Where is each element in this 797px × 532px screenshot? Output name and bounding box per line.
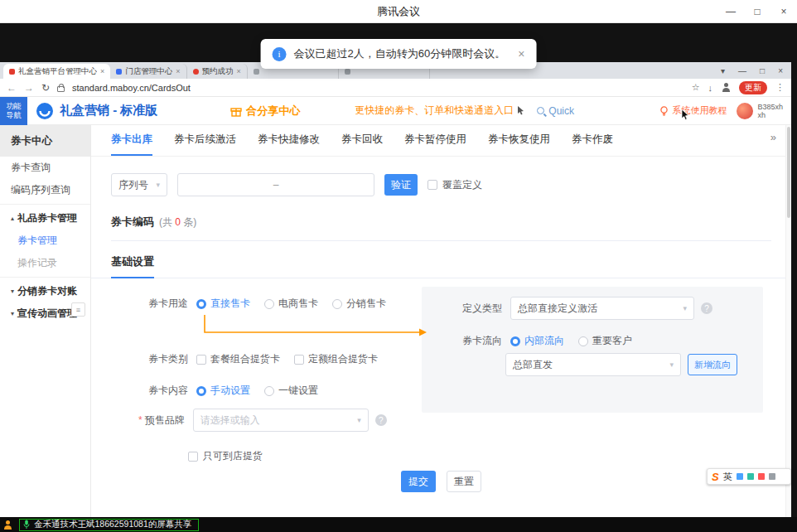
reset-button[interactable]: 重置 [447, 471, 481, 492]
promo-text: 更快捷的券卡、订单和快递通道入口 [355, 104, 514, 118]
browser-tab-active[interactable]: 礼盒营销平台管理中心 × [3, 64, 110, 79]
flow-option-vip[interactable]: 重要客户 [578, 334, 632, 348]
sogou-logo-icon[interactable]: S [712, 471, 719, 483]
usage-option-direct-sale[interactable]: 直接售卡 [196, 297, 250, 311]
tab-favicon [116, 69, 122, 75]
promo-entry-link[interactable]: 更快捷的券卡、订单和快递通道入口 [355, 104, 525, 118]
checkbox-icon[interactable] [294, 355, 304, 365]
overwrite-checkbox[interactable] [427, 180, 437, 190]
skin-icon[interactable] [758, 473, 765, 480]
tab-menu-icon[interactable]: ▾ [721, 66, 725, 75]
verify-button[interactable]: 验证 [384, 174, 418, 196]
presale-brand-select[interactable]: 请选择或输入 ▾ [193, 409, 369, 432]
browser-update-button[interactable]: 更新 [739, 81, 767, 94]
radio-icon[interactable] [264, 299, 274, 309]
tab-card-activate[interactable]: 券卡后续激活 [174, 133, 236, 156]
tab-card-void[interactable]: 券卡作废 [572, 133, 613, 156]
radio-checked-icon[interactable] [510, 336, 520, 346]
page-scrollbar[interactable] [785, 125, 791, 517]
card-flow-label: 券卡流向 [462, 334, 502, 348]
tab-close-icon[interactable]: × [237, 67, 241, 75]
meeting-title: 腾讯会议 [0, 4, 797, 19]
category-option-fixed[interactable]: 定额组合提货卡 [294, 352, 378, 366]
browser-tab[interactable]: 门店管理中心 × [110, 64, 186, 79]
help-icon[interactable]: ? [375, 414, 387, 426]
tab-card-recycle[interactable]: 券卡回收 [341, 133, 383, 156]
sidebar-group-label: 分销券卡对账 [17, 284, 77, 298]
presale-brand-placeholder: 请选择或输入 [200, 414, 260, 428]
download-icon[interactable]: ↓ [708, 83, 713, 93]
sidebar-group-distribution[interactable]: ▾ 分销券卡对账 [0, 280, 90, 302]
radio-icon[interactable] [332, 299, 342, 309]
user-avatar[interactable] [737, 103, 753, 119]
flow-select-value: 总部直发 [513, 358, 553, 372]
browser-tab[interactable]: 预约成功 × [187, 64, 248, 79]
content-option-onekey[interactable]: 一键设置 [264, 384, 318, 398]
pickup-only-row[interactable]: 只可到店提货 [188, 449, 263, 463]
tab-favicon [193, 69, 199, 75]
overwrite-option[interactable]: 覆盖定义 [427, 178, 482, 192]
serial-type-select[interactable]: 序列号 ▾ [111, 173, 167, 196]
sidebar-collapse-handle[interactable]: ≡ [71, 302, 85, 317]
toast-close-icon[interactable]: × [518, 47, 524, 60]
browser-maximize-button[interactable]: □ [760, 66, 765, 75]
sidebar-item-code-query[interactable]: 编码序列查询 [0, 179, 90, 201]
sidebar-item-card-management[interactable]: 券卡管理 [0, 230, 90, 252]
share-center-link[interactable]: 合分享中心 [230, 104, 300, 118]
content-option-manual[interactable]: 手动设置 [196, 384, 250, 398]
usage-option-distribution[interactable]: 分销售卡 [332, 297, 386, 311]
emoji-icon[interactable] [747, 473, 754, 480]
panel-collapse-icon[interactable]: » [770, 131, 776, 143]
checkbox-icon[interactable] [196, 355, 206, 365]
tutorial-link[interactable]: 系统使用教程 [659, 104, 727, 117]
radio-checked-icon[interactable] [196, 386, 206, 396]
radio-icon[interactable] [578, 336, 588, 346]
quick-search[interactable]: Quick [537, 105, 574, 117]
chevron-down-icon: ▾ [669, 360, 674, 369]
sidebar-group-gift-cards[interactable]: ▴ 礼品券卡管理 [0, 207, 90, 230]
flow-select[interactable]: 总部直发 ▾ [505, 353, 681, 376]
back-icon[interactable]: ← [7, 82, 17, 94]
radio-icon[interactable] [264, 386, 274, 396]
add-flow-button[interactable]: 新增流向 [688, 354, 737, 375]
sidebar-item-operation-log[interactable]: 操作记录 [0, 252, 90, 274]
card-usage-label: 券卡用途 [148, 297, 188, 311]
usage-option-ecommerce[interactable]: 电商售卡 [264, 297, 318, 311]
ime-language-indicator[interactable]: 英 [723, 471, 732, 483]
secure-lock-icon[interactable] [57, 86, 65, 92]
category-option-combo[interactable]: 套餐组合提货卡 [196, 352, 280, 366]
reload-icon[interactable]: ↻ [41, 82, 50, 94]
browser-close-button[interactable]: × [778, 66, 783, 75]
section-bar: 基础设置 [91, 254, 791, 278]
sidebar-item-card-query[interactable]: 券卡查询 [0, 157, 90, 179]
forward-icon[interactable]: → [24, 82, 34, 94]
radio-checked-icon[interactable] [196, 299, 206, 309]
scrollbar-thumb[interactable] [787, 127, 790, 218]
tab-card-resume[interactable]: 券卡恢复使用 [488, 133, 550, 156]
tab-close-icon[interactable]: × [100, 67, 104, 75]
serial-range-input[interactable]: – [177, 173, 374, 196]
pickup-only-checkbox[interactable] [188, 452, 198, 462]
function-nav-toggle[interactable]: 功能 导航 [0, 97, 27, 125]
flow-option-internal[interactable]: 内部流向 [510, 334, 564, 348]
user-name-line2: xh [757, 111, 783, 119]
keyboard-icon[interactable] [737, 473, 743, 480]
star-icon[interactable]: ☆ [692, 82, 700, 93]
tab-card-suspend[interactable]: 券卡暂停使用 [404, 133, 466, 156]
profile-icon[interactable] [721, 83, 731, 93]
cursor-icon [517, 106, 525, 115]
url-text[interactable]: standard.maboy.cn/CardsOut [72, 83, 191, 93]
submit-button[interactable]: 提交 [401, 471, 436, 492]
tab-card-quick-edit[interactable]: 券卡快捷修改 [258, 133, 320, 156]
tencent-meeting-window: 腾讯会议 — □ × 礼盒营销平台管理中心 × 门店管理中心 × 预约成功 × [0, 0, 797, 532]
more-icon[interactable]: ⋮ [775, 82, 785, 93]
info-icon: i [273, 47, 287, 61]
screen-share-indicator[interactable]: 金禾通技术王斌18662591081的屏幕共享 [19, 519, 199, 531]
taskbar-person-icon[interactable] [2, 520, 13, 530]
toolbox-icon[interactable] [769, 473, 775, 480]
help-icon[interactable]: ? [701, 302, 712, 314]
tab-close-icon[interactable]: × [176, 67, 180, 75]
definition-type-select[interactable]: 总部直接定义激活 ▾ [510, 297, 694, 320]
browser-minimize-button[interactable]: — [738, 66, 746, 75]
tab-card-outbound[interactable]: 券卡出库 [111, 133, 152, 156]
